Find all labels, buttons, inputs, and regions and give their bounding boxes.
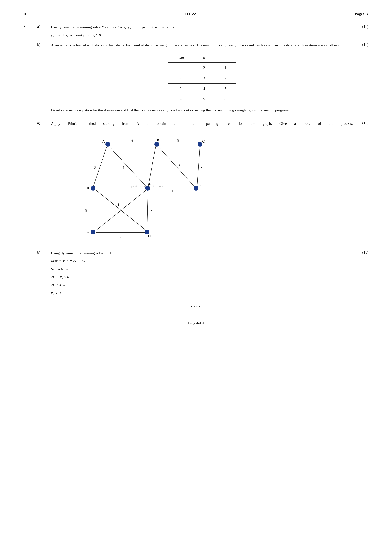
svg-text:D: D	[87, 186, 89, 190]
svg-text:7: 7	[178, 164, 180, 167]
svg-text:6: 6	[131, 139, 133, 143]
node-D	[91, 186, 95, 191]
q8b-label: b)	[37, 42, 51, 47]
q9b-math1: Maximise Z = 2x1 + 5x2	[51, 258, 353, 264]
col-w: w	[193, 52, 215, 62]
cargo-table: item w r 1 2 1 2 3	[168, 52, 236, 104]
q9b-math5: x1, x2 ≥ 0	[51, 290, 353, 296]
page-header: D H1122 Pages: 4	[23, 12, 369, 16]
svg-line-26	[147, 191, 148, 230]
q9b-math2: Subjected to	[51, 266, 353, 272]
node-G	[91, 230, 95, 234]
node-H	[145, 230, 149, 234]
node-A	[105, 142, 110, 146]
svg-text:F: F	[198, 184, 201, 188]
q8b-text1: A vessel is to be loaded with stocks of …	[51, 43, 339, 47]
svg-text:5: 5	[85, 209, 87, 213]
svg-text:3: 3	[94, 166, 96, 169]
q8a-content: Use dynamic programming solve Maximise Z…	[51, 24, 353, 40]
q9a-text: Apply Prim's method starting from A to o…	[51, 121, 353, 125]
svg-text:5: 5	[177, 139, 179, 143]
svg-text:1: 1	[171, 189, 173, 193]
q9b-text: Using dynamic programming solve the LPP	[51, 250, 353, 256]
question-8: 8 a) Use dynamic programming solve Maxim…	[23, 24, 369, 113]
q9-number: 9	[23, 120, 37, 125]
watermark: previousyearquestion.com	[131, 185, 163, 188]
svg-text:1: 1	[118, 203, 119, 207]
svg-line-10	[148, 146, 156, 187]
q9a-marks: (10)	[353, 120, 369, 125]
svg-text:4: 4	[123, 166, 124, 169]
stars: ****	[23, 305, 369, 309]
svg-line-12	[158, 146, 195, 187]
svg-line-4	[197, 146, 200, 187]
q9b-math3: 2x1 + x2 ≤ 430	[51, 274, 353, 280]
table-row: 3 4 5	[168, 83, 236, 94]
svg-text:2: 2	[201, 165, 203, 168]
q9a-label: a)	[37, 120, 51, 125]
col-r: r	[215, 52, 236, 62]
svg-text:B: B	[157, 138, 159, 142]
q9-part-a-row: 9 a) Apply Prim's method starting from A…	[23, 120, 369, 246]
q9b-label: b)	[37, 250, 51, 255]
q8-part-b-row: b) A vessel is to be loaded with stocks …	[23, 42, 369, 113]
header-center: H1122	[185, 12, 196, 16]
cargo-table-container: item w r 1 2 1 2 3	[51, 52, 353, 104]
svg-text:H: H	[148, 234, 151, 238]
page-footer: Page 4of 4	[23, 321, 369, 325]
q9b-marks: (10)	[353, 250, 369, 255]
node-F	[194, 186, 198, 191]
table-row: 1 2 1	[168, 62, 236, 73]
col-item: item	[168, 52, 193, 62]
q8b-marks: (10)	[353, 42, 369, 47]
q8-part-a-row: 8 a) Use dynamic programming solve Maxim…	[23, 24, 369, 40]
svg-text:A: A	[102, 139, 105, 143]
q9b-math4: 2x2 ≤ 460	[51, 282, 353, 288]
node-C	[197, 142, 202, 146]
svg-text:5: 5	[147, 165, 148, 169]
svg-text:4: 4	[115, 211, 116, 215]
graph-container: 6 5 2 3 4 5	[70, 131, 224, 242]
q9a-content: Apply Prim's method starting from A to o…	[51, 120, 353, 246]
q9-part-b-row: b) Using dynamic programming solve the L…	[23, 250, 369, 298]
graph-svg: 6 5 2 3 4 5	[70, 131, 224, 242]
q8b-text2: Develop recursive equation for the above…	[51, 107, 353, 113]
q8b-content: A vessel is to be loaded with stocks of …	[51, 42, 353, 113]
q8a-marks: (10)	[353, 24, 369, 29]
q8a-math: y1 + y2 + y3 = 5 and y1, y2, y3 ≥ 0	[51, 32, 353, 39]
svg-text:3: 3	[151, 209, 152, 213]
table-row: 4 5 6	[168, 94, 236, 104]
svg-text:G: G	[87, 230, 89, 234]
question-9: 9 a) Apply Prim's method starting from A…	[23, 120, 369, 298]
q9b-content: Using dynamic programming solve the LPP …	[51, 250, 353, 298]
q8a-label: a)	[37, 24, 51, 29]
svg-text:C: C	[202, 139, 205, 143]
svg-text:2: 2	[119, 235, 121, 239]
q8b-spacer	[23, 42, 37, 42]
header-right: Pages: 4	[355, 12, 369, 16]
q8-number: 8	[23, 24, 37, 29]
q8a-text: Use dynamic programming solve Maximise Z…	[51, 25, 174, 29]
header-left: D	[23, 12, 26, 16]
svg-line-8	[109, 146, 147, 187]
table-row: 2 3 2	[168, 73, 236, 83]
q9b-spacer	[23, 250, 37, 250]
node-B	[154, 142, 159, 146]
svg-text:5: 5	[119, 183, 120, 187]
